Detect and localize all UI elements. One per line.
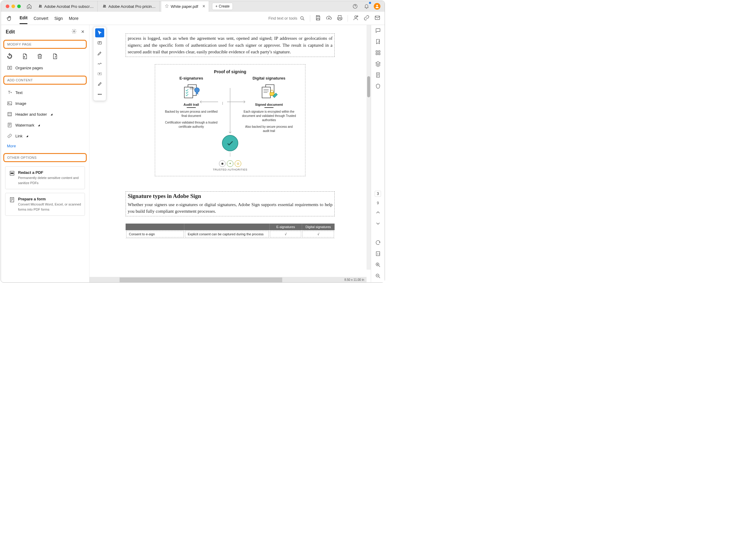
text-region-1[interactable]: process is logged, such as when the agre… bbox=[126, 34, 335, 57]
tags-panel-icon[interactable] bbox=[375, 83, 381, 90]
watermark[interactable]: Watermark◢ bbox=[1, 120, 89, 130]
delete-page-icon[interactable] bbox=[37, 53, 43, 60]
share-people-icon[interactable] bbox=[353, 15, 359, 22]
highlight-tool-icon[interactable] bbox=[95, 49, 104, 58]
rotate-icon[interactable] bbox=[6, 53, 13, 60]
link-label: Link bbox=[15, 134, 23, 138]
document-area: process is logged, such as when the agre… bbox=[89, 25, 371, 282]
tab-1[interactable]: Adobe Acrobat Pro subscr… bbox=[35, 1, 98, 12]
close-sidebar-icon[interactable]: × bbox=[81, 29, 84, 35]
comment-tool-icon[interactable] bbox=[95, 39, 104, 48]
td-check-2: √ bbox=[302, 231, 334, 238]
signed-doc-icon bbox=[242, 83, 296, 101]
sign-tool-icon[interactable] bbox=[95, 80, 104, 89]
header-footer[interactable]: Header and footer◢ bbox=[1, 109, 89, 120]
add-text-label: Text bbox=[15, 90, 23, 95]
link-icon[interactable] bbox=[363, 15, 369, 22]
hand-tool-icon[interactable] bbox=[5, 14, 13, 23]
page-down-icon[interactable] bbox=[375, 220, 381, 227]
submenu-arrow-icon: ◢ bbox=[51, 113, 52, 116]
modify-page-actions bbox=[1, 51, 89, 62]
attachments-panel-icon[interactable] bbox=[375, 72, 381, 79]
insert-page-icon[interactable] bbox=[21, 53, 28, 60]
scroll-thumb[interactable] bbox=[367, 76, 370, 97]
svg-point-10 bbox=[74, 31, 75, 32]
redact-card[interactable]: Redact a PDF Permanently delete sensitiv… bbox=[5, 166, 85, 189]
tab-3-active[interactable]: White paper.pdf × bbox=[161, 1, 209, 12]
gear-icon[interactable] bbox=[72, 29, 77, 35]
add-image[interactable]: Image bbox=[1, 98, 89, 109]
right-desc-1: Each signature is encrypted within the d… bbox=[242, 110, 296, 122]
add-text[interactable]: Text bbox=[1, 87, 89, 98]
prepare-form-card[interactable]: Prepare a form Convert Microsoft Word, E… bbox=[5, 193, 85, 216]
arrow-left-icon bbox=[198, 99, 247, 105]
table-row: Consent to e-sign Explicit consent can b… bbox=[126, 230, 335, 238]
page-up-icon[interactable] bbox=[375, 209, 381, 216]
text-region-2[interactable]: Signature types in Adobe Sign Whether yo… bbox=[126, 191, 335, 216]
print-icon[interactable] bbox=[337, 15, 343, 22]
td-desc: Explicit consent can be captured during … bbox=[185, 231, 269, 238]
convert-tool[interactable]: Convert bbox=[34, 13, 48, 24]
maximize-window[interactable] bbox=[17, 4, 21, 8]
more-tool[interactable]: More bbox=[69, 13, 79, 24]
save-icon[interactable] bbox=[315, 15, 321, 22]
zoom-in-icon[interactable] bbox=[375, 262, 381, 269]
search-box[interactable] bbox=[261, 16, 305, 21]
organize-pages[interactable]: Organize pages bbox=[1, 62, 89, 73]
svg-point-7 bbox=[355, 16, 357, 18]
edit-tool[interactable]: Edit bbox=[19, 12, 28, 24]
sign-tool[interactable]: Sign bbox=[54, 13, 63, 24]
create-label: Create bbox=[219, 4, 229, 8]
bookmarks-panel-icon[interactable] bbox=[375, 39, 381, 45]
extract-page-icon[interactable] bbox=[51, 53, 58, 60]
header-footer-label: Header and footer bbox=[15, 112, 47, 117]
home-button[interactable] bbox=[25, 2, 34, 10]
create-button[interactable]: + Create bbox=[212, 3, 233, 10]
more-tools-icon[interactable] bbox=[95, 90, 104, 99]
close-tab-icon[interactable]: × bbox=[203, 4, 205, 9]
th-esig: E-signatures bbox=[270, 223, 302, 230]
horizontal-scrollbar[interactable] bbox=[120, 278, 282, 282]
page-view[interactable]: process is logged, such as when the agre… bbox=[89, 25, 371, 282]
zoom-out-icon[interactable] bbox=[375, 273, 381, 280]
watermark-label: Watermark bbox=[15, 123, 34, 127]
add-link[interactable]: Link◢ bbox=[1, 130, 89, 141]
page-number-input[interactable]: 3 bbox=[375, 191, 381, 197]
layers-panel-icon[interactable] bbox=[375, 61, 381, 68]
svg-point-23 bbox=[99, 94, 100, 95]
search-icon bbox=[300, 16, 305, 21]
select-tool-icon[interactable] bbox=[95, 28, 104, 37]
comments-panel-icon[interactable] bbox=[375, 28, 381, 34]
cloud-upload-icon[interactable] bbox=[326, 15, 332, 22]
help-icon[interactable] bbox=[351, 2, 359, 10]
svg-point-1 bbox=[41, 5, 42, 6]
draw-tool-icon[interactable] bbox=[95, 59, 104, 68]
notifications-icon[interactable] bbox=[362, 2, 371, 10]
add-content-section: ADD CONTENT bbox=[3, 76, 87, 85]
textbox-tool-icon[interactable] bbox=[95, 69, 104, 78]
divider bbox=[348, 15, 348, 22]
mail-icon[interactable] bbox=[374, 15, 381, 22]
star-icon[interactable] bbox=[165, 4, 169, 9]
svg-point-24 bbox=[101, 94, 101, 95]
vertical-scrollbar[interactable] bbox=[366, 25, 371, 270]
close-window[interactable] bbox=[6, 4, 9, 8]
right-rail: 3 9 1:1 bbox=[371, 25, 385, 282]
svg-text:1:1: 1:1 bbox=[377, 253, 380, 255]
signed-doc-label: Signed document bbox=[242, 103, 296, 106]
floating-toolbar bbox=[93, 26, 106, 101]
more-link[interactable]: More bbox=[1, 141, 89, 151]
minimize-window[interactable] bbox=[11, 4, 15, 8]
search-input[interactable] bbox=[261, 16, 297, 20]
signature-table[interactable]: E-signatures Digital signatures Consent … bbox=[126, 223, 335, 238]
tab-2[interactable]: Adobe Acrobat Pro pricin… bbox=[99, 1, 160, 12]
diagram-region[interactable]: Proof of signing E-signatures bbox=[155, 64, 305, 176]
thumbnails-panel-icon[interactable] bbox=[375, 50, 381, 57]
rotate-view-icon[interactable] bbox=[375, 240, 381, 247]
account-avatar[interactable] bbox=[374, 3, 381, 10]
main-area: Edit × MODIFY PAGE Organize pages ADD CO… bbox=[1, 25, 385, 282]
fit-width-icon[interactable]: 1:1 bbox=[375, 251, 381, 258]
svg-rect-39 bbox=[376, 53, 377, 55]
status-bar: 8.50 x 11.00 in bbox=[89, 277, 366, 282]
authority-icon-1: ◉ bbox=[219, 160, 226, 167]
